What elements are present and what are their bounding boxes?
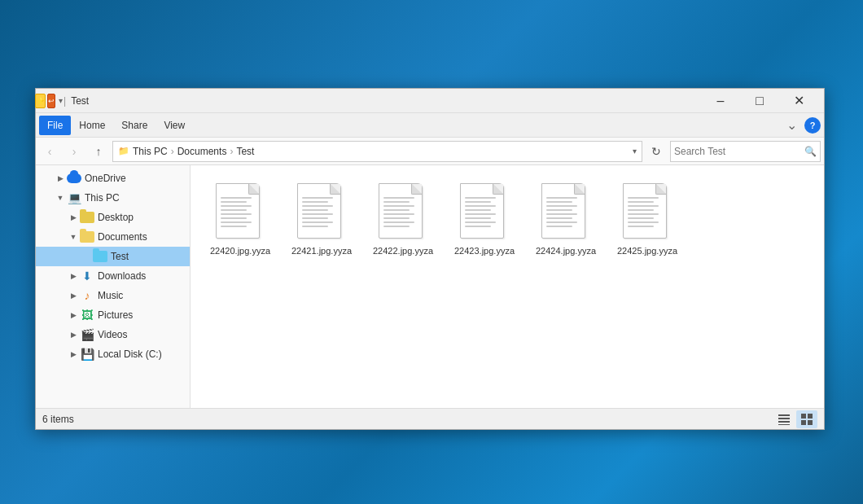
file-item-1[interactable]: 22421.jpg.yyza	[285, 178, 358, 261]
file-line	[628, 213, 659, 215]
search-input[interactable]	[674, 146, 804, 157]
file-line	[221, 213, 252, 215]
file-line	[628, 217, 654, 219]
file-paper-0	[216, 183, 260, 239]
expand-arrow-localdisk: ▶	[67, 348, 80, 361]
undo-icon[interactable]: ↩	[47, 94, 55, 108]
svg-rect-1	[778, 418, 790, 419]
sidebar-item-thispc[interactable]: ▼ 💻 This PC	[36, 188, 190, 208]
minimize-button[interactable]: –	[702, 89, 739, 113]
file-line	[546, 197, 577, 199]
file-lines-5	[628, 197, 662, 227]
file-line	[546, 226, 572, 227]
thispc-icon: 💻	[67, 191, 81, 205]
file-lines-1	[302, 197, 336, 227]
file-line	[221, 201, 247, 203]
expand-arrow-documents: ▼	[67, 230, 80, 243]
file-line	[302, 209, 328, 211]
maximize-button[interactable]: □	[741, 89, 778, 113]
address-bar: ‹ › ↑ 📁 This PC › Documents › Test ▾ ↻ 🔍	[36, 138, 824, 165]
menu-expand-icon[interactable]: ⌄	[782, 116, 801, 135]
file-paper-5	[623, 183, 667, 239]
file-line	[221, 205, 252, 207]
file-line	[221, 217, 247, 219]
search-box: 🔍	[670, 141, 821, 162]
file-line	[465, 221, 496, 223]
expand-arrow-thispc: ▼	[54, 191, 67, 204]
title-icon: ⭐ ↩ ▾	[42, 94, 55, 107]
breadcrumb-test[interactable]: Test	[236, 146, 254, 157]
expand-arrow-music: ▶	[67, 289, 80, 302]
forward-button[interactable]: ›	[64, 141, 85, 162]
sidebar-item-downloads[interactable]: ▶ ⬇ Downloads	[36, 266, 190, 286]
file-line	[546, 221, 577, 223]
sidebar-item-videos[interactable]: ▶ 🎬 Videos	[36, 325, 190, 344]
breadcrumb-thispc[interactable]: This PC	[133, 146, 168, 157]
breadcrumb-dropdown-arrow[interactable]: ▾	[633, 147, 637, 156]
file-line	[546, 213, 577, 215]
file-item-3[interactable]: 22423.jpg.yyza	[448, 178, 521, 261]
file-line	[628, 201, 654, 203]
downloads-icon: ⬇	[80, 269, 94, 283]
sidebar-item-onedrive[interactable]: ▶ OneDrive	[36, 169, 190, 188]
file-line	[546, 205, 577, 207]
sidebar-item-localdisk[interactable]: ▶ 💾 Local Disk (C:)	[36, 344, 190, 364]
svg-rect-4	[801, 414, 806, 419]
up-button[interactable]: ↑	[88, 141, 109, 162]
sidebar-label-onedrive: OneDrive	[85, 173, 126, 184]
file-icon-2	[379, 183, 427, 242]
expand-arrow-pictures: ▶	[67, 309, 80, 322]
file-line	[302, 217, 328, 219]
file-item-5[interactable]: 22425.jpg.yyza	[611, 178, 684, 261]
help-button[interactable]: ?	[804, 117, 821, 134]
file-line	[383, 226, 410, 227]
onedrive-icon	[67, 171, 81, 186]
status-count: 6 items	[42, 414, 74, 425]
sidebar-item-test[interactable]: Test	[36, 247, 190, 266]
menu-bar: File Home Share View ⌄ ?	[36, 113, 824, 138]
quick-access-icon[interactable]: ⭐	[35, 94, 46, 108]
breadcrumb-documents[interactable]: Documents	[177, 146, 227, 157]
sidebar-item-pictures[interactable]: ▶ 🖼 Pictures	[36, 305, 190, 325]
large-icon-view-button[interactable]	[796, 410, 817, 428]
file-paper-2	[379, 183, 423, 239]
sidebar-label-pictures: Pictures	[98, 309, 133, 321]
file-line	[302, 201, 328, 203]
file-item-2[interactable]: 22422.jpg.yyza	[366, 178, 440, 261]
file-name-1: 22421.jpg.yyza	[291, 245, 352, 256]
desktop-folder-icon	[80, 210, 94, 225]
file-line	[383, 209, 410, 211]
file-line	[221, 226, 247, 227]
file-line	[465, 201, 491, 203]
file-icon-1	[297, 183, 346, 242]
dropdown-arrow-title[interactable]: ▾	[59, 96, 63, 105]
close-button[interactable]: ✕	[780, 89, 817, 113]
file-lines-0	[221, 197, 255, 227]
file-line	[221, 221, 252, 223]
sidebar-item-desktop[interactable]: ▶ Desktop	[36, 208, 190, 227]
file-line	[302, 226, 328, 227]
menu-home[interactable]: Home	[71, 116, 113, 135]
sidebar-item-music[interactable]: ▶ ♪ Music	[36, 286, 190, 305]
menu-view[interactable]: View	[156, 116, 193, 135]
refresh-button[interactable]: ↻	[646, 141, 667, 162]
expand-arrow-desktop: ▶	[67, 211, 80, 224]
search-icon[interactable]: 🔍	[804, 146, 817, 157]
sidebar-item-documents[interactable]: ▼ Documents	[36, 227, 190, 247]
sidebar-label-videos: Videos	[98, 329, 127, 340]
menu-file[interactable]: File	[39, 116, 71, 135]
main-area: ▶ OneDrive ▼ 💻 This PC ▶ Desk	[36, 165, 824, 408]
file-icon-3	[460, 183, 509, 242]
menu-share[interactable]: Share	[113, 116, 156, 135]
file-line	[383, 201, 410, 203]
details-view-button[interactable]	[773, 410, 795, 428]
file-name-0: 22420.jpg.yyza	[210, 245, 270, 256]
file-lines-3	[465, 197, 499, 227]
explorer-window: ⭐ ↩ ▾ | Test – □ ✕ File Home Share View …	[35, 88, 825, 430]
file-line	[383, 213, 414, 215]
file-line	[546, 217, 572, 219]
svg-rect-6	[801, 420, 806, 425]
file-item-0[interactable]: 22420.jpg.yyza	[204, 178, 277, 261]
file-item-4[interactable]: 22424.jpg.yyza	[529, 178, 602, 261]
back-button[interactable]: ‹	[39, 141, 60, 162]
